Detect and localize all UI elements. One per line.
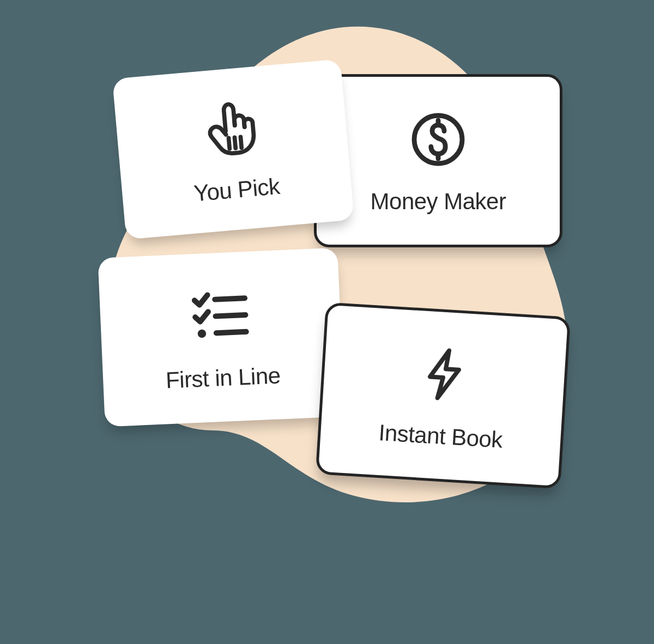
dollar-circle-icon	[405, 107, 471, 172]
svg-marker-10	[429, 350, 460, 399]
illustration-stage: Money Maker You Pick	[0, 0, 654, 644]
card-label: First in Line	[165, 362, 281, 393]
card-first-in-line[interactable]: First in Line	[98, 248, 344, 427]
card-label: Instant Book	[378, 420, 503, 453]
svg-point-8	[197, 329, 206, 338]
svg-line-5	[240, 137, 241, 148]
lightning-icon	[410, 340, 479, 409]
card-money-maker[interactable]: Money Maker	[314, 74, 562, 247]
checklist-icon	[186, 282, 255, 350]
svg-line-7	[216, 315, 246, 316]
svg-line-4	[235, 137, 236, 148]
pointer-hand-icon	[196, 93, 267, 163]
card-label: You Pick	[193, 173, 281, 207]
card-instant-book[interactable]: Instant Book	[316, 302, 571, 489]
svg-line-3	[229, 138, 230, 149]
card-you-pick[interactable]: You Pick	[112, 59, 354, 239]
card-label: Money Maker	[371, 189, 506, 215]
svg-line-6	[215, 298, 245, 299]
svg-line-9	[216, 332, 246, 333]
